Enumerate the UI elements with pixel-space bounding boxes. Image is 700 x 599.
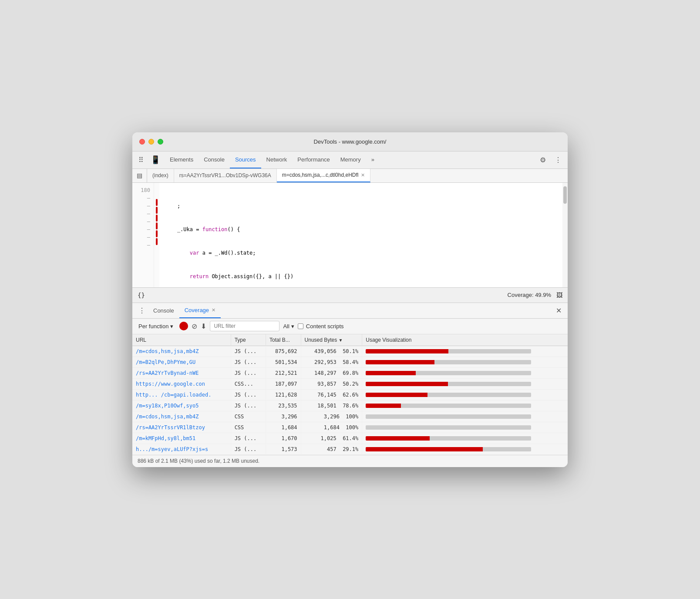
tab-performance[interactable]: Performance [292, 151, 335, 168]
coverage-table-header: URL Type Total B... Unused Bytes ▼ Usage… [132, 334, 568, 346]
cell-visualization [362, 378, 568, 389]
more-options-button[interactable]: ⋮ [552, 154, 564, 166]
cell-type: JS (... [231, 346, 266, 357]
table-row[interactable]: /m=kMFpHd,sy8l,bm51 JS (... 1,670 1,025 … [132, 433, 568, 444]
table-row[interactable]: h.../m=syev,aLUfP?xjs=s JS (... 1,573 45… [132, 444, 568, 454]
status-bar: 886 kB of 2.1 MB (43%) used so far, 1.2 … [132, 455, 568, 467]
header-type[interactable]: Type [231, 334, 266, 346]
table-row[interactable]: /m=cdos,hsm,jsa,mb4Z JS (... 875,692 439… [132, 346, 568, 357]
content-scripts-checkbox[interactable] [298, 323, 303, 329]
cell-total: 23,535 [266, 400, 301, 411]
table-row[interactable]: /rs=AA2YrTvBynad-nWE JS (... 212,521 148… [132, 367, 568, 378]
tab-more[interactable]: » [366, 151, 380, 168]
tab-elements[interactable]: Elements [165, 151, 199, 168]
coverage-table-container[interactable]: URL Type Total B... Unused Bytes ▼ Usage… [132, 334, 568, 455]
file-tab-bar: ▤ (index) rs=AA2YrTssrVR1...Obv1DSp-vWG3… [132, 169, 568, 183]
cell-url: /m=kMFpHd,sy8l,bm51 [132, 433, 231, 444]
close-button[interactable] [139, 139, 145, 145]
cell-type: CSS [231, 411, 266, 422]
format-button[interactable]: {} [138, 292, 145, 299]
cell-type: JS (... [231, 389, 266, 400]
tab-memory[interactable]: Memory [335, 151, 366, 168]
cell-type: CSS [231, 422, 266, 433]
inspect-icon[interactable]: ⠿ [136, 154, 146, 166]
clear-button[interactable]: ⊘ [192, 322, 197, 330]
cell-total: 212,521 [266, 367, 301, 378]
cell-total: 875,692 [266, 346, 301, 357]
per-function-button[interactable]: Per function ▾ [136, 321, 176, 331]
screenshot-button[interactable]: 🖼 [556, 292, 562, 299]
coverage-table: URL Type Total B... Unused Bytes ▼ Usage… [132, 334, 568, 455]
maximize-button[interactable] [158, 139, 163, 145]
record-button[interactable] [179, 322, 188, 330]
all-dropdown-arrow-icon: ▾ [291, 323, 294, 330]
cell-unused: 3,296 100% [301, 411, 362, 422]
devtools-toolbar-right: ⚙ ⋮ [537, 154, 564, 166]
file-tab-close-icon[interactable]: ✕ [361, 172, 365, 178]
cell-url: /m=sy18x,P10Owf,syo5 [132, 400, 231, 411]
cell-type: JS (... [231, 400, 266, 411]
tab-network[interactable]: Network [261, 151, 293, 168]
line-numbers: 180 – – – – – – – [132, 183, 154, 287]
cell-visualization [362, 400, 568, 411]
header-unused-bytes[interactable]: Unused Bytes ▼ [301, 334, 362, 346]
header-total-bytes[interactable]: Total B... [266, 334, 301, 346]
table-row[interactable]: /rs=AA2YrTssrVR1lBtzoy CSS 1,684 1,684 1… [132, 422, 568, 433]
file-tab-rs[interactable]: rs=AA2YrTssrVR1...Obv1DSp-vWG36A [174, 169, 277, 182]
device-icon[interactable]: 📱 [148, 153, 163, 166]
header-usage-vis: Usage Visualization [362, 334, 568, 346]
cell-total: 1,573 [266, 444, 301, 454]
code-scrollbar[interactable] [562, 183, 568, 287]
devtools-window: DevTools - www.google.com/ ⠿ 📱 Elements … [132, 132, 568, 467]
cell-total: 1,670 [266, 433, 301, 444]
cell-unused: 457 29.1% [301, 444, 362, 454]
title-bar: DevTools - www.google.com/ [132, 132, 568, 151]
cell-url: /m=cdos,hsm,jsa,mb4Z [132, 346, 231, 357]
tab-console[interactable]: Console [199, 151, 230, 168]
sidebar-toggle-button[interactable]: ▤ [132, 169, 147, 182]
panel-tab-coverage[interactable]: Coverage ✕ [179, 303, 221, 318]
cell-type: JS (... [231, 357, 266, 367]
cell-type: JS (... [231, 433, 266, 444]
settings-button[interactable]: ⚙ [537, 154, 549, 166]
panel-tab-console[interactable]: Console [148, 303, 179, 318]
cell-unused: 148,297 69.8% [301, 367, 362, 378]
cell-unused: 93,857 50.2% [301, 378, 362, 389]
table-row[interactable]: http... /cb=gapi.loaded. JS (... 121,628… [132, 389, 568, 400]
panel-close-button[interactable]: ✕ [553, 305, 564, 316]
header-url[interactable]: URL [132, 334, 231, 346]
table-row[interactable]: https://www.google.con CSS... 187,097 93… [132, 378, 568, 389]
cell-url: /m=cdos,hsm,jsa,mb4Z [132, 411, 231, 422]
all-dropdown-button[interactable]: All ▾ [283, 323, 294, 330]
cell-visualization [362, 433, 568, 444]
cell-unused: 1,684 100% [301, 422, 362, 433]
minimize-button[interactable] [148, 139, 154, 145]
cell-total: 121,628 [266, 389, 301, 400]
code-content[interactable]: ; _.Uka = function() { var a = _.Wd().st… [159, 183, 562, 287]
traffic-lights [139, 139, 163, 145]
cell-visualization [362, 444, 568, 454]
url-filter-input[interactable] [210, 321, 279, 331]
table-row[interactable]: /m=cdos,hsm,jsa,mb4Z CSS 3,296 3,296 100… [132, 411, 568, 422]
panel-menu-icon[interactable]: ⋮ [136, 305, 148, 316]
cell-url: http... /cb=gapi.loaded. [132, 389, 231, 400]
cell-type: JS (... [231, 367, 266, 378]
table-row[interactable]: /m=sy18x,P10Owf,syo5 JS (... 23,535 18,5… [132, 400, 568, 411]
table-row[interactable]: /m=B2qlPe,DhPYme,GU JS (... 501,534 292,… [132, 357, 568, 367]
devtools-tab-bar: ⠿ 📱 Elements Console Sources Network Per… [132, 151, 568, 169]
file-tab-index[interactable]: (index) [147, 169, 174, 182]
export-button[interactable]: ⬇ [201, 322, 206, 330]
cell-unused: 439,056 50.1% [301, 346, 362, 357]
coverage-tab-close-icon[interactable]: ✕ [212, 307, 215, 313]
cell-url: /rs=AA2YrTssrVR1lBtzoy [132, 422, 231, 433]
tab-sources[interactable]: Sources [230, 151, 261, 168]
status-text: 886 kB of 2.1 MB (43%) used so far, 1.2 … [138, 458, 259, 464]
cell-visualization [362, 367, 568, 378]
panel-tab-bar: ⋮ Console Coverage ✕ ✕ [132, 303, 568, 319]
cell-visualization [362, 357, 568, 367]
coverage-label: Coverage: 49.9% [508, 292, 551, 298]
file-tab-m[interactable]: m=cdos,hsm,jsa,...c,dtl0hd,eHDfl ✕ [277, 169, 371, 182]
cell-total: 3,296 [266, 411, 301, 422]
cell-unused: 18,501 78.6% [301, 400, 362, 411]
window-title: DevTools - www.google.com/ [314, 138, 387, 145]
